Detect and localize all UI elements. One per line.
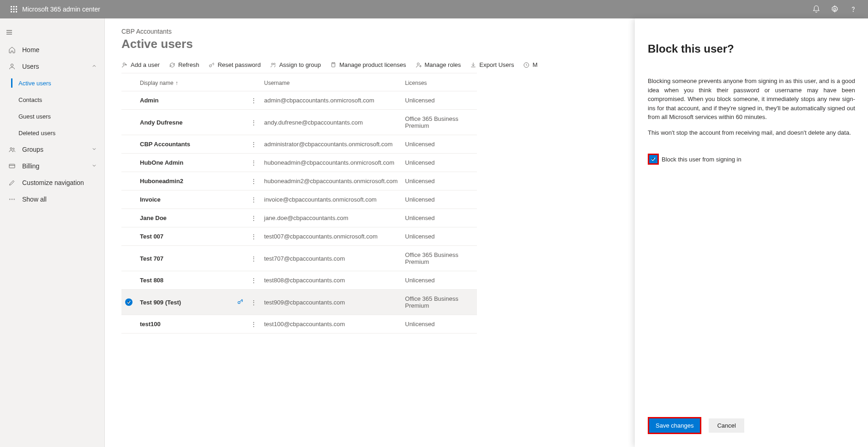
- svg-point-10: [853, 11, 854, 12]
- selected-check-icon[interactable]: [125, 298, 133, 306]
- svg-rect-2: [16, 6, 17, 7]
- row-more-icon[interactable]: ⋮: [247, 315, 260, 334]
- row-more-icon[interactable]: ⋮: [247, 191, 260, 209]
- cancel-button[interactable]: Cancel: [709, 418, 744, 433]
- license-cell: Unlicensed: [401, 135, 477, 154]
- add-user-button[interactable]: Add a user: [121, 61, 160, 68]
- row-more-icon[interactable]: ⋮: [247, 246, 260, 271]
- row-more-icon[interactable]: ⋮: [247, 172, 260, 191]
- display-name-cell[interactable]: test100: [136, 315, 233, 334]
- chevron-down-icon: [91, 146, 97, 153]
- table-row[interactable]: Invoice⋮invoice@cbpaccountants.onmicroso…: [121, 191, 477, 209]
- display-name-cell[interactable]: Test 007: [136, 227, 233, 246]
- display-name-cell[interactable]: Andy Dufresne: [136, 110, 233, 135]
- table-row[interactable]: HubOne Admin⋮huboneadmin@cbpaccountants.…: [121, 154, 477, 172]
- key-icon[interactable]: [237, 299, 243, 306]
- group-icon: [7, 146, 17, 153]
- block-signin-checkbox[interactable]: [649, 155, 657, 163]
- svg-point-16: [13, 148, 14, 149]
- username-cell: andy.dufresne@cbpaccountants.com: [260, 110, 401, 135]
- table-row[interactable]: Admin⋮admin@cbpaccountants.onmicrosoft.c…: [121, 91, 477, 110]
- display-name-cell[interactable]: Test 909 (Test): [136, 290, 233, 315]
- highlight-checkbox: [648, 154, 659, 165]
- settings-icon[interactable]: [826, 0, 844, 18]
- display-name-cell[interactable]: CBP Accountants: [136, 135, 233, 154]
- row-more-icon[interactable]: ⋮: [247, 110, 260, 135]
- license-cell: Unlicensed: [401, 91, 477, 110]
- table-row[interactable]: Andy Dufresne⋮andy.dufresne@cbpaccountan…: [121, 110, 477, 135]
- table-row[interactable]: Test 707⋮test707@cbpaccountants.comOffic…: [121, 246, 477, 271]
- nav-active-users[interactable]: Active users: [0, 75, 104, 91]
- block-user-panel: Block this user? Blocking someone preven…: [635, 18, 868, 447]
- nav-deleted-users[interactable]: Deleted users: [0, 125, 104, 141]
- nav-groups[interactable]: Groups: [0, 141, 104, 158]
- table-row[interactable]: Test 909 (Test)⋮test909@cbpaccountants.c…: [121, 290, 477, 315]
- nav-home[interactable]: Home: [0, 42, 104, 58]
- manage-roles-button[interactable]: Manage roles: [416, 61, 461, 68]
- svg-point-30: [420, 66, 421, 66]
- nav-guest-users[interactable]: Guest users: [0, 108, 104, 125]
- col-licenses[interactable]: Licenses: [401, 75, 477, 91]
- col-display-name[interactable]: Display name↑: [136, 75, 233, 91]
- table-row[interactable]: CBP Accountants⋮administrator@cbpaccount…: [121, 135, 477, 154]
- display-name-cell[interactable]: Test 808: [136, 271, 233, 290]
- notifications-icon[interactable]: [807, 0, 826, 18]
- row-more-icon[interactable]: ⋮: [247, 209, 260, 227]
- save-changes-button[interactable]: Save changes: [649, 418, 700, 433]
- svg-rect-0: [11, 6, 12, 7]
- license-cell: Unlicensed: [401, 172, 477, 191]
- username-cell: test007@cbpaccountants.onmicrosoft.com: [260, 227, 401, 246]
- display-name-cell[interactable]: Invoice: [136, 191, 233, 209]
- app-title: Microsoft 365 admin center: [22, 6, 100, 13]
- billing-icon: [7, 162, 17, 170]
- block-signin-label: Block this user from signing in: [662, 156, 741, 163]
- sort-ascending-icon: ↑: [175, 80, 178, 86]
- export-users-button[interactable]: Export Users: [470, 61, 514, 68]
- reset-password-button[interactable]: Reset password: [208, 61, 260, 68]
- edit-icon: [7, 179, 17, 186]
- row-more-icon[interactable]: ⋮: [247, 290, 260, 315]
- chevron-down-icon: [91, 162, 97, 170]
- username-cell: invoice@cbpaccountants.onmicrosoft.com: [260, 191, 401, 209]
- svg-point-15: [10, 148, 12, 149]
- more-commands[interactable]: M: [523, 61, 537, 68]
- display-name-cell[interactable]: Huboneadmin2: [136, 172, 233, 191]
- row-more-icon[interactable]: ⋮: [247, 271, 260, 290]
- svg-rect-17: [9, 164, 15, 168]
- nav-show-all[interactable]: Show all: [0, 191, 104, 208]
- svg-rect-1: [13, 6, 15, 7]
- display-name-cell[interactable]: Admin: [136, 91, 233, 110]
- table-row[interactable]: Jane Doe⋮jane.doe@cbpaccountants.comUnli…: [121, 209, 477, 227]
- col-username[interactable]: Username: [260, 75, 401, 91]
- assign-to-group-button[interactable]: Assign to group: [270, 61, 321, 68]
- row-more-icon[interactable]: ⋮: [247, 91, 260, 110]
- license-cell: Unlicensed: [401, 271, 477, 290]
- app-launcher-icon[interactable]: [6, 6, 22, 13]
- nav-customize[interactable]: Customize navigation: [0, 174, 104, 191]
- table-row[interactable]: Test 007⋮test007@cbpaccountants.onmicros…: [121, 227, 477, 246]
- svg-point-22: [123, 63, 126, 65]
- display-name-cell[interactable]: HubOne Admin: [136, 154, 233, 172]
- display-name-cell[interactable]: Jane Doe: [136, 209, 233, 227]
- table-row[interactable]: Test 808⋮test808@cbpaccountants.comUnlic…: [121, 271, 477, 290]
- row-more-icon[interactable]: ⋮: [247, 135, 260, 154]
- table-row[interactable]: test100⋮test100@cbpaccountants.comUnlice…: [121, 315, 477, 334]
- refresh-button[interactable]: Refresh: [169, 61, 199, 68]
- nav-billing[interactable]: Billing: [0, 158, 104, 174]
- svg-point-25: [210, 65, 212, 67]
- svg-point-9: [834, 8, 836, 11]
- nav-contacts[interactable]: Contacts: [0, 91, 104, 108]
- manage-licenses-button[interactable]: Manage product licenses: [330, 61, 406, 68]
- username-cell: test909@cbpaccountants.com: [260, 290, 401, 315]
- nav-users[interactable]: Users: [0, 58, 104, 75]
- display-name-cell[interactable]: Test 707: [136, 246, 233, 271]
- username-cell: huboneadmin2@cbpaccountants.onmicrosoft.…: [260, 172, 401, 191]
- help-icon[interactable]: [844, 0, 862, 18]
- panel-title: Block this user?: [648, 42, 855, 55]
- svg-rect-6: [11, 11, 12, 12]
- row-more-icon[interactable]: ⋮: [247, 154, 260, 172]
- license-cell: Unlicensed: [401, 315, 477, 334]
- row-more-icon[interactable]: ⋮: [247, 227, 260, 246]
- table-row[interactable]: Huboneadmin2⋮huboneadmin2@cbpaccountants…: [121, 172, 477, 191]
- hamburger-icon[interactable]: [0, 23, 18, 42]
